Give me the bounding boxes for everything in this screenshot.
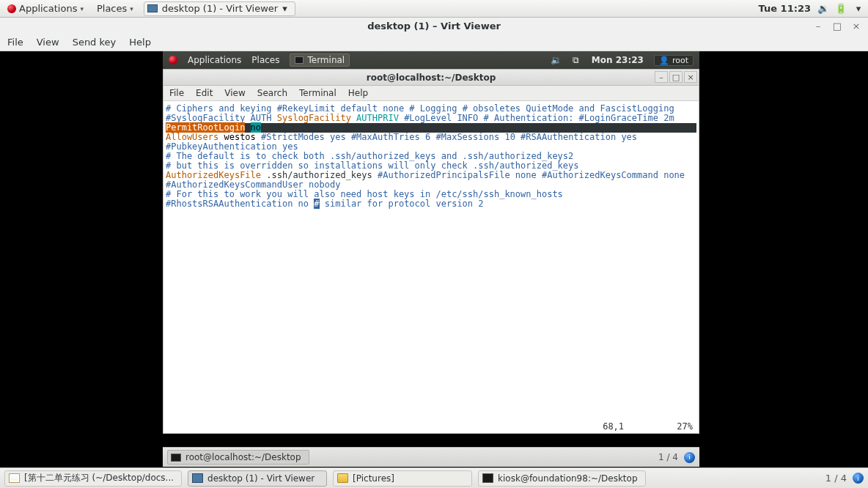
config-line: #LoginGraceTime 2m	[579, 113, 674, 123]
volume-icon[interactable]: 🔉	[818, 4, 828, 14]
vim-status: 68,1 27%	[603, 422, 693, 432]
terminal-titlebar[interactable]: root@localhost:~/Desktop	[163, 69, 699, 85]
config-line: # The default is to check both .ssh/auth…	[166, 151, 573, 161]
config-line: #AuthorizedKeysCommand none	[542, 170, 685, 180]
network-icon[interactable]: ⧉	[571, 55, 581, 65]
chevron-down-icon: ▾	[282, 3, 287, 14]
window-icon	[147, 4, 158, 12]
guest-user-menu[interactable]: 👤 root	[654, 55, 694, 66]
document-icon	[9, 473, 20, 483]
chevron-down-icon[interactable]: ▾	[853, 4, 864, 14]
config-line: #StrictModes yes	[261, 132, 346, 142]
menu-label: Applications	[19, 3, 77, 14]
task-label: kiosk@foundation98:~/Desktop	[498, 473, 637, 484]
guest-applications-menu[interactable]: Applications	[188, 55, 241, 65]
host-bottom-panel: [第十二单元练习 (~/Desktop/docs... desktop (1) …	[0, 467, 868, 488]
taskbar-item-pictures[interactable]: [Pictures]	[333, 470, 472, 487]
host-window-task[interactable]: desktop (1) - Virt Viewer ▾	[144, 1, 295, 16]
task-label: Terminal	[307, 55, 345, 65]
window-title: desktop (1) – Virt Viewer	[367, 21, 501, 32]
task-label: desktop (1) - Virt Viewer	[162, 3, 278, 14]
config-line: #AuthorizedPrincipalsFile none	[378, 170, 537, 180]
terminal-menubar: File Edit View Search Terminal Help	[163, 85, 699, 101]
config-line: AllowUsers westos	[166, 132, 256, 142]
config-line: #PubkeyAuthentication yes	[166, 141, 298, 152]
host-places-menu[interactable]: Places ▾	[94, 3, 136, 14]
config-line: # Authentication:	[484, 113, 574, 123]
window-controls: – □ ×	[812, 18, 862, 34]
close-button[interactable]: ×	[684, 71, 697, 83]
terminal-content[interactable]: # Ciphers and keying #RekeyLimit default…	[163, 101, 699, 434]
workspace-indicator[interactable]: 1 / 4	[825, 473, 847, 484]
menu-view[interactable]: View	[224, 88, 245, 98]
terminal-window-controls: – □ ×	[655, 71, 697, 83]
taskbar-item-gedit[interactable]: [第十二单元练习 (~/Desktop/docs...	[4, 470, 182, 487]
maximize-button[interactable]: □	[831, 21, 843, 31]
guest-display[interactable]: Applications Places Terminal 🔉 ⧉ Mon 23:…	[0, 51, 868, 467]
task-label: [Pictures]	[353, 473, 394, 484]
guest-window-task[interactable]: Terminal	[290, 53, 350, 67]
config-line: # For this to work you will also need ho…	[166, 189, 563, 199]
info-icon[interactable]: i	[684, 452, 695, 463]
volume-icon[interactable]: 🔉	[551, 55, 561, 65]
task-label: desktop (1) - Virt Viewer	[207, 473, 315, 484]
config-line: #RSAAuthentication yes	[521, 132, 637, 142]
close-button[interactable]: ×	[850, 21, 862, 31]
maximize-button[interactable]: □	[669, 71, 683, 83]
host-top-panel: Applications ▾ Places ▾ desktop (1) - Vi…	[0, 0, 868, 18]
config-line: # but this is overridden so installation…	[166, 160, 579, 171]
virt-viewer-window: desktop (1) – Virt Viewer – □ × File Vie…	[0, 18, 868, 467]
minimize-button[interactable]: –	[655, 71, 668, 83]
chevron-down-icon: ▾	[130, 5, 133, 12]
guest-clock[interactable]: Mon 23:23	[592, 55, 644, 65]
menu-file[interactable]: File	[7, 37, 23, 48]
config-line: #SyslogFacility AUTH	[166, 113, 272, 123]
menu-sendkey[interactable]: Send key	[73, 37, 117, 48]
window-icon	[192, 473, 203, 483]
config-line: SyslogFacility AUTHPRIV	[277, 113, 399, 123]
menu-file[interactable]: File	[169, 88, 184, 98]
virt-viewer-titlebar[interactable]: desktop (1) – Virt Viewer	[0, 18, 868, 34]
user-icon: 👤	[659, 56, 669, 65]
config-line: # Ciphers and keying	[166, 103, 272, 114]
config-line: #MaxSessions 10	[436, 132, 515, 142]
terminal-icon	[295, 56, 304, 64]
config-line: #AuthorizedKeysCommandUser nobody	[166, 180, 340, 190]
config-line: # Logging	[409, 103, 457, 114]
virt-viewer-menubar: File View Send key Help	[0, 34, 868, 51]
redhat-icon	[169, 56, 177, 64]
host-clock[interactable]: Tue 11:23	[759, 3, 811, 14]
redhat-icon	[7, 4, 16, 13]
terminal-icon	[171, 454, 181, 462]
folder-icon	[337, 473, 348, 483]
task-label: root@localhost:~/Desktop	[185, 452, 301, 462]
menu-help[interactable]: Help	[129, 37, 151, 48]
menu-search[interactable]: Search	[257, 88, 287, 98]
guest-taskbar-item[interactable]: root@localhost:~/Desktop	[167, 450, 309, 465]
config-line: #LogLevel INFO	[404, 113, 478, 123]
guest-top-panel: Applications Places Terminal 🔉 ⧉ Mon 23:…	[163, 51, 699, 69]
menu-terminal[interactable]: Terminal	[299, 88, 336, 98]
user-label: root	[672, 56, 688, 65]
menu-label: Places	[97, 3, 127, 14]
info-icon[interactable]: i	[853, 473, 864, 484]
config-line: #RhostsRSAAuthentication no	[166, 199, 309, 209]
terminal-icon	[482, 473, 493, 483]
chevron-down-icon: ▾	[80, 5, 84, 12]
guest-places-menu[interactable]: Places	[251, 55, 279, 65]
minimize-button[interactable]: –	[812, 21, 824, 31]
host-applications-menu[interactable]: Applications ▾	[4, 3, 87, 14]
window-title: root@localhost:~/Desktop	[367, 73, 496, 83]
taskbar-item-terminal[interactable]: kiosk@foundation98:~/Desktop	[478, 470, 645, 487]
config-line: #MaxAuthTries 6	[351, 132, 430, 142]
taskbar-item-virtviewer[interactable]: desktop (1) - Virt Viewer	[188, 470, 327, 487]
menu-help[interactable]: Help	[348, 88, 368, 98]
config-line: # obsoletes QuietMode and FascistLogging	[463, 103, 674, 114]
task-label: [第十二单元练习 (~/Desktop/docs...	[24, 472, 174, 484]
workspace-indicator[interactable]: 1 / 4	[658, 452, 678, 462]
menu-edit[interactable]: Edit	[196, 88, 213, 98]
battery-icon[interactable]: 🔋	[836, 4, 846, 14]
config-line: #RekeyLimit default none	[277, 103, 404, 114]
guest-desktop: Applications Places Terminal 🔉 ⧉ Mon 23:…	[163, 51, 699, 447]
menu-view[interactable]: View	[37, 37, 59, 48]
